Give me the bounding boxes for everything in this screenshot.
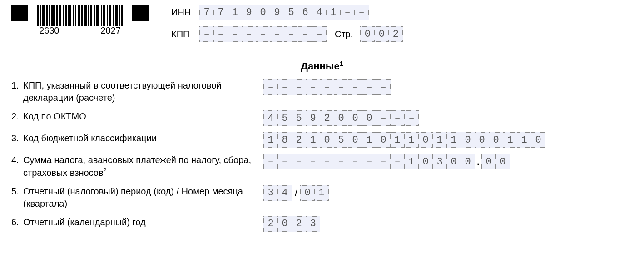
svg-rect-9 — [65, 5, 67, 26]
cell: 5 — [334, 132, 348, 148]
cell: 1 — [446, 132, 461, 148]
cell: – — [312, 26, 327, 42]
row5-label: 5. Отчетный (налоговый) период (код) / Н… — [11, 185, 263, 210]
corner-marker-right — [132, 5, 149, 21]
svg-rect-11 — [73, 5, 74, 26]
cell: – — [320, 79, 334, 95]
svg-rect-10 — [68, 5, 71, 26]
row4-int-cells: ––––––––––10300 — [263, 154, 475, 169]
row2-label: 2. Код по ОКТМО — [11, 110, 263, 123]
svg-rect-23 — [109, 5, 111, 26]
cell: – — [390, 110, 405, 126]
row1-label: 1. КПП, указанный в соответствующей нало… — [11, 79, 263, 104]
cell: 6 — [298, 5, 312, 20]
cell: – — [340, 5, 355, 20]
cell: 3 — [432, 154, 447, 169]
svg-rect-15 — [84, 5, 87, 26]
cell: 2 — [263, 216, 278, 232]
kpp-cells: ––––––––– — [199, 26, 327, 42]
row1-cells: ––––––––– — [263, 79, 391, 95]
cell: – — [277, 154, 292, 169]
cell: 1 — [362, 132, 376, 148]
cell: – — [298, 26, 312, 42]
cell: – — [376, 79, 391, 95]
cell: 1 — [314, 185, 329, 201]
row4-dec-cells: 00 — [481, 154, 510, 169]
cell: 0 — [334, 110, 348, 126]
cell: – — [213, 26, 228, 42]
cell: 0 — [362, 110, 376, 126]
row6-cells: 2023 — [263, 216, 320, 232]
cell: 4 — [312, 5, 327, 20]
cell: 0 — [300, 185, 315, 201]
cell: 0 — [461, 154, 475, 169]
cell: 0 — [374, 26, 389, 42]
cell: 1 — [306, 132, 320, 148]
cell: – — [306, 154, 320, 169]
cell: 5 — [292, 110, 306, 126]
svg-rect-7 — [59, 5, 61, 26]
cell: 8 — [277, 132, 292, 148]
cell: 0 — [495, 154, 510, 169]
inn-cells: 7719095641–– — [199, 5, 369, 20]
row5-cells-b: 01 — [300, 185, 329, 201]
page-label: Стр. — [335, 29, 353, 40]
cell: – — [320, 154, 334, 169]
kpp-label: КПП — [171, 29, 195, 40]
cell: – — [354, 5, 369, 20]
cell: – — [277, 79, 292, 95]
cell: – — [348, 79, 362, 95]
cell: – — [334, 154, 348, 169]
cell: – — [362, 154, 376, 169]
cell: 9 — [306, 110, 320, 126]
svg-rect-8 — [63, 5, 64, 26]
cell: 3 — [263, 185, 278, 201]
cell: – — [334, 79, 348, 95]
cell: – — [263, 79, 278, 95]
cell: 1 — [432, 132, 447, 148]
svg-rect-18 — [94, 5, 95, 26]
barcode-num-right: 2027 — [101, 25, 121, 36]
cell: 0 — [418, 132, 433, 148]
cell: 7 — [213, 5, 228, 20]
cell: 1 — [326, 5, 341, 20]
cell: 0 — [320, 132, 334, 148]
cell: – — [270, 26, 284, 42]
cell: 0 — [348, 110, 362, 126]
svg-rect-24 — [113, 5, 114, 26]
svg-rect-6 — [56, 5, 58, 26]
cell: – — [306, 79, 320, 95]
cell: 2 — [292, 216, 306, 232]
svg-rect-26 — [119, 5, 120, 26]
svg-rect-17 — [90, 5, 92, 26]
cell: – — [199, 26, 214, 42]
cell: – — [376, 154, 391, 169]
cell: – — [228, 26, 242, 42]
cell: 0 — [481, 154, 496, 169]
cell: – — [292, 154, 306, 169]
cell: – — [256, 26, 270, 42]
cell: 0 — [489, 132, 503, 148]
svg-rect-1 — [40, 5, 41, 26]
row3-cells: 18210501011011000110 — [263, 132, 545, 148]
slash-sep: / — [295, 187, 297, 199]
svg-rect-13 — [78, 5, 80, 26]
cell: 1 — [390, 132, 405, 148]
row4-label: 4. Сумма налога, авансовых платежей по н… — [11, 154, 263, 179]
inn-label: ИНН — [171, 7, 195, 18]
svg-rect-22 — [107, 5, 108, 26]
cell: 1 — [517, 132, 531, 148]
row6-label: 6. Отчетный (календарный) год — [11, 216, 263, 228]
cell: 0 — [277, 216, 292, 232]
cell: 2 — [388, 26, 403, 42]
cell: 3 — [306, 216, 320, 232]
cell: – — [348, 154, 362, 169]
cell: 0 — [348, 132, 362, 148]
svg-rect-21 — [103, 5, 105, 26]
svg-rect-25 — [115, 5, 118, 26]
svg-rect-2 — [42, 5, 45, 26]
cell: 9 — [242, 5, 256, 20]
svg-rect-14 — [81, 5, 83, 26]
cell: – — [263, 154, 278, 169]
cell: 0 — [360, 26, 375, 42]
